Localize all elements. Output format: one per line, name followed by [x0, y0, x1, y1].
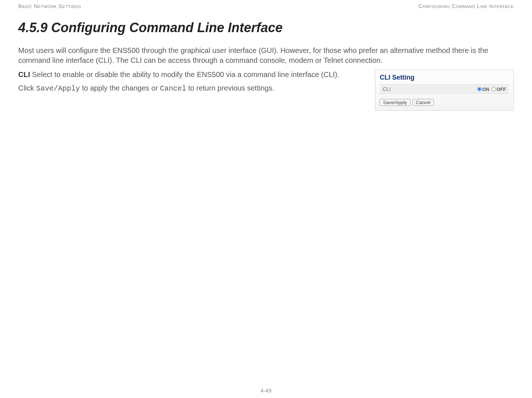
header-right: Configuring Command Line Interface: [418, 3, 514, 9]
cli-setting-row: CLI ON OFF: [380, 84, 509, 94]
save-apply-text: Save/Apply: [36, 84, 80, 93]
cli-text: Select to enable or disable the ability …: [30, 70, 339, 79]
left-column: CLI Select to enable or disable the abil…: [18, 70, 368, 93]
radio-on-text: ON: [482, 87, 490, 92]
cli-row-label: CLI: [383, 86, 391, 92]
panel-title: CLI Setting: [380, 74, 509, 81]
header-left: Basic Network Settings: [18, 3, 81, 9]
cli-setting-panel: CLI Setting CLI ON OFF Save/Apply Cancel: [375, 70, 514, 111]
page-header: Basic Network Settings Configuring Comma…: [0, 0, 532, 9]
cli-description: CLI Select to enable or disable the abil…: [18, 70, 368, 80]
radio-off-text: OFF: [497, 87, 506, 92]
click-mid: to apply the changes or: [80, 84, 160, 92]
radio-off-label[interactable]: OFF: [491, 87, 506, 92]
page-number: 4-49: [260, 387, 271, 394]
panel-button-row: Save/Apply Cancel: [380, 99, 509, 106]
cancel-button[interactable]: Cancel: [413, 99, 434, 106]
cancel-text: Cancel: [160, 84, 186, 93]
click-pre: Click: [18, 84, 36, 92]
two-column-layout: CLI Select to enable or disable the abil…: [18, 70, 514, 111]
radio-on-label[interactable]: ON: [477, 87, 490, 92]
page-footer: 4-49: [0, 387, 532, 394]
save-apply-button[interactable]: Save/Apply: [380, 99, 410, 106]
intro-paragraph: Most users will configure the ENS500 thr…: [18, 46, 514, 65]
radio-off-input[interactable]: [491, 87, 496, 91]
page-content: 4.5.9 Configuring Command Line Interface…: [0, 9, 532, 111]
radio-on-input[interactable]: [477, 87, 482, 91]
cli-radio-group: ON OFF: [477, 87, 506, 92]
section-title: 4.5.9 Configuring Command Line Interface: [18, 20, 514, 35]
cli-label: CLI: [18, 70, 30, 79]
click-post: to return previous settings.: [186, 84, 274, 92]
click-instruction: Click Save/Apply to apply the changes or…: [18, 83, 368, 93]
